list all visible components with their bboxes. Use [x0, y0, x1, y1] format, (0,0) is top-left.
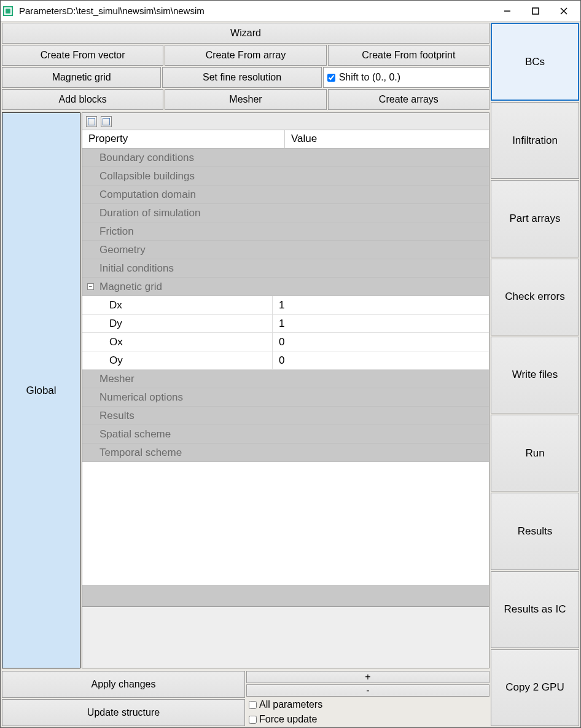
tab-global[interactable]: Global [2, 112, 80, 668]
cat-friction[interactable]: Friction [82, 222, 489, 241]
titlebar: ParametersD:\test_simul\newsim\sim\newsi… [1, 1, 580, 22]
header-value: Value [285, 130, 323, 148]
top-toolbar: Wizard Create From vector Create From ar… [1, 22, 491, 111]
app-icon [3, 6, 14, 17]
shift-to-origin-input[interactable] [327, 74, 335, 82]
cat-collapsible-buildings[interactable]: Collapsible buildings [82, 167, 489, 186]
prop-row-dx[interactable]: Dx1 [82, 296, 489, 315]
cat-duration-simulation[interactable]: Duration of simulation [82, 204, 489, 222]
create-from-array-button[interactable]: Create From array [165, 45, 326, 66]
all-parameters-checkbox[interactable]: All parameters [246, 698, 489, 711]
cat-initial-conditions[interactable]: Initial conditions [82, 259, 489, 278]
prop-row-ox[interactable]: Ox0 [82, 333, 489, 351]
collapse-icon[interactable]: − [87, 283, 94, 290]
update-structure-button[interactable]: Update structure [2, 699, 245, 726]
write-files-button[interactable]: Write files [491, 337, 579, 413]
header-property: Property [82, 130, 285, 148]
shift-to-origin-checkbox[interactable]: Shift to (0., 0.) [323, 67, 489, 88]
plus-button[interactable]: + [246, 671, 489, 683]
cat-numerical-options[interactable]: Numerical options [82, 388, 489, 407]
magnetic-grid-button[interactable]: Magnetic grid [2, 67, 161, 88]
svg-rect-3 [532, 8, 539, 14]
run-button[interactable]: Run [491, 415, 579, 491]
set-fine-resolution-button[interactable]: Set fine resolution [162, 67, 321, 88]
categorized-view-icon[interactable] [86, 116, 97, 127]
svg-rect-1 [6, 9, 10, 14]
infiltration-button[interactable]: Infiltration [491, 102, 579, 179]
results-as-ic-button[interactable]: Results as IC [491, 571, 579, 648]
bcs-button[interactable]: BCs [491, 23, 579, 101]
add-blocks-button[interactable]: Add blocks [2, 89, 163, 110]
copy-2-gpu-button[interactable]: Copy 2 GPU [491, 649, 579, 726]
minimize-button[interactable] [493, 2, 521, 20]
cat-geometry[interactable]: Geometry [82, 241, 489, 259]
close-button[interactable] [550, 2, 578, 20]
apply-changes-button[interactable]: Apply changes [2, 671, 245, 698]
maximize-button[interactable] [521, 2, 550, 20]
check-errors-button[interactable]: Check errors [491, 259, 579, 335]
part-arrays-button[interactable]: Part arrays [491, 180, 579, 257]
window-title: ParametersD:\test_simul\newsim\sim\newsi… [19, 6, 205, 16]
cat-computation-domain[interactable]: Computation domain [82, 186, 489, 204]
prop-row-oy[interactable]: Oy0 [82, 351, 489, 370]
property-grid: Property Value Boundary conditions Colla… [82, 112, 489, 668]
alphabetical-view-icon[interactable] [101, 116, 112, 127]
shift-to-origin-label: Shift to (0., 0.) [339, 72, 400, 83]
property-grid-body[interactable]: Boundary conditions Collapsible building… [82, 149, 489, 606]
cat-results[interactable]: Results [82, 407, 489, 425]
force-update-checkbox[interactable]: Force update [246, 713, 489, 726]
prop-row-dy[interactable]: Dy1 [82, 315, 489, 333]
results-button[interactable]: Results [491, 493, 579, 569]
property-grid-header: Property Value [82, 130, 489, 149]
right-sidebar: BCs Infiltration Part arrays Check error… [491, 22, 580, 727]
mesher-button[interactable]: Mesher [165, 89, 326, 110]
create-from-vector-button[interactable]: Create From vector [2, 45, 163, 66]
create-from-footprint-button[interactable]: Create From footprint [328, 45, 489, 66]
cat-boundary-conditions[interactable]: Boundary conditions [82, 149, 489, 167]
cat-mesher[interactable]: Mesher [82, 370, 489, 388]
cat-magnetic-grid[interactable]: −Magnetic grid [82, 278, 489, 296]
cat-temporal-scheme[interactable]: Temporal scheme [82, 444, 489, 462]
property-grid-toolbar [82, 113, 489, 130]
bottom-bar: Apply changes Update structure + - All p… [1, 670, 491, 727]
minus-button[interactable]: - [246, 684, 489, 697]
wizard-button[interactable]: Wizard [2, 23, 489, 44]
create-arrays-button[interactable]: Create arrays [328, 89, 489, 110]
property-grid-description [82, 606, 489, 668]
cat-spatial-scheme[interactable]: Spatial scheme [82, 425, 489, 444]
